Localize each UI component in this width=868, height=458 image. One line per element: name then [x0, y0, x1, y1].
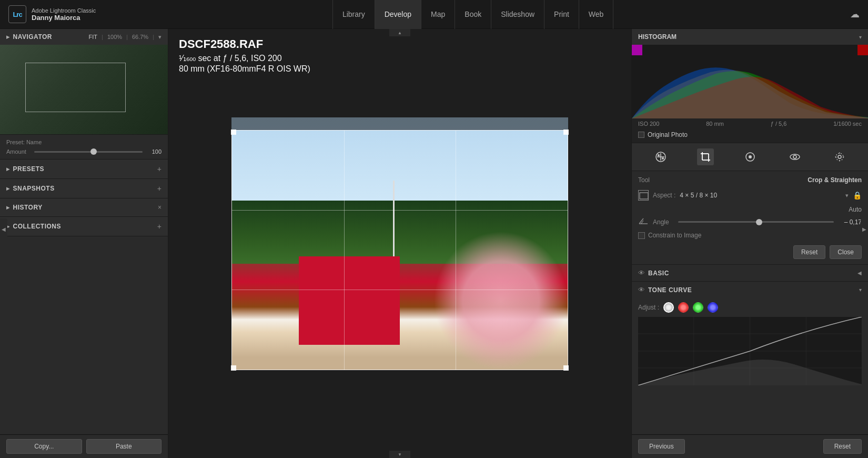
image-filename: DSCF2588.RAF [179, 37, 310, 51]
lrc-logo: Lrc [8, 5, 26, 23]
image-lens: 80 mm (XF16-80mmF4 R OIS WR) [179, 64, 310, 74]
image-settings: ¹⁄₁₆₀₀ sec at ƒ / 5,6, ISO 200 [179, 53, 310, 63]
nav-develop[interactable]: Develop [375, 0, 421, 29]
left-panel-collapse[interactable]: ◀ [0, 218, 7, 240]
preset-name-label: Preset: Name [6, 139, 42, 145]
section-snapshots[interactable]: ▶ Snapshots + [0, 179, 168, 198]
redeye-tool-icon[interactable] [786, 148, 803, 165]
amount-slider[interactable] [34, 151, 143, 153]
topbar-left: Lrc Adobe Lightroom Classic Danny Maiorc… [8, 5, 96, 23]
channel-blue-dot[interactable] [708, 302, 718, 313]
auto-row: Auto [638, 206, 862, 213]
bottom-panel-collapse[interactable]: ▼ [389, 451, 410, 458]
photo-container [231, 117, 568, 370]
nav-print[interactable]: Print [544, 0, 579, 29]
topbar-nav: Library Develop Map Book Slideshow Print… [332, 0, 614, 29]
nav-web[interactable]: Web [579, 0, 614, 29]
crop-handle-bl[interactable] [231, 365, 236, 371]
histogram-chart [632, 45, 868, 118]
crop-reset-button[interactable]: Reset [793, 245, 825, 259]
crop-tool-name: Crop & Straighten [808, 176, 862, 184]
svg-rect-1 [857, 45, 868, 55]
crop-handle-br[interactable] [563, 365, 569, 371]
zoom-100[interactable]: 100% [107, 34, 122, 41]
crop-tool-icon[interactable] [697, 148, 714, 165]
center-area: ▲ DSCF2588.RAF ¹⁄₁₆₀₀ sec at ƒ / 5,6, IS… [168, 29, 631, 458]
previous-button[interactable]: Previous [638, 439, 685, 454]
snapshots-add-icon[interactable]: + [157, 184, 162, 193]
aspect-dropdown-arrow[interactable]: ▾ [845, 192, 849, 199]
top-panel-collapse[interactable]: ▲ [389, 29, 410, 36]
tone-curve-content: Adjust : [632, 298, 868, 390]
collections-add-icon[interactable]: + [157, 222, 162, 231]
channel-white-dot[interactable] [663, 302, 674, 313]
basic-visibility-icon[interactable]: 👁 [638, 269, 645, 277]
grid-h2 [232, 290, 568, 290]
navigator-preview [0, 45, 168, 134]
basic-header[interactable]: 👁 Basic ◀ [632, 265, 868, 281]
svg-point-16 [836, 153, 843, 161]
original-photo-checkbox[interactable] [638, 132, 644, 138]
adjustments-tool-icon[interactable] [652, 148, 669, 165]
section-presets[interactable]: ▶ Presets + [0, 160, 168, 179]
main: ▶ Navigator FIT | 100% | 66.7% | ▾ [0, 29, 868, 458]
crop-box[interactable] [231, 130, 568, 370]
svg-point-15 [838, 155, 841, 158]
app-name: Adobe Lightroom Classic [32, 7, 96, 14]
angle-slider[interactable] [678, 221, 834, 223]
section-collections[interactable]: ▶ Collections + [0, 217, 168, 236]
amount-row: Amount 100 [6, 148, 162, 155]
paste-button[interactable]: Paste [86, 439, 162, 454]
nav-book[interactable]: Book [455, 0, 491, 29]
presets-title: ▶ Presets [6, 165, 44, 173]
presets-add-icon[interactable]: + [157, 165, 162, 173]
zoom-fit[interactable]: FIT [89, 34, 98, 41]
cloud-icon[interactable]: ☁ [850, 8, 860, 20]
history-triangle: ▶ [6, 205, 10, 210]
lock-icon[interactable]: 🔒 [853, 191, 862, 200]
tone-curve-header[interactable]: 👁 Tone Curve ▾ [632, 282, 868, 298]
auto-button[interactable]: Auto [849, 206, 862, 213]
nav-map[interactable]: Map [421, 0, 455, 29]
section-history[interactable]: ▶ History × [0, 198, 168, 217]
tone-curve-title: Tone Curve [648, 286, 692, 294]
angle-icon [638, 217, 649, 226]
basic-left: 👁 Basic [638, 269, 669, 277]
histogram-collapse[interactable]: ▾ [859, 34, 862, 40]
nav-library[interactable]: Library [332, 0, 375, 29]
zoom-dropdown[interactable]: ▾ [158, 34, 162, 41]
svg-rect-17 [640, 193, 648, 199]
basic-section: 👁 Basic ◀ [632, 265, 868, 282]
histogram-header[interactable]: Histogram ▾ [632, 29, 868, 45]
history-clear-icon[interactable]: × [158, 204, 162, 211]
channel-green-dot[interactable] [693, 302, 703, 313]
svg-point-14 [793, 155, 796, 158]
zoom-66[interactable]: 66.7% [132, 34, 148, 41]
constrain-checkbox[interactable] [638, 232, 645, 239]
crop-handle-tr[interactable] [563, 130, 569, 135]
tone-curve-collapse-arrow[interactable]: ▾ [859, 287, 862, 293]
tone-curve-section: 👁 Tone Curve ▾ Adjust : [632, 282, 868, 390]
constrain-row: Constrain to Image [638, 232, 862, 239]
tone-curve-left: 👁 Tone Curve [638, 286, 692, 294]
reset-button[interactable]: Reset [823, 439, 862, 454]
healing-tool-icon[interactable] [742, 148, 759, 165]
basic-title: Basic [648, 270, 669, 277]
basic-collapse-arrow[interactable]: ◀ [857, 270, 862, 276]
crop-handle-tl[interactable] [231, 130, 236, 135]
meta-shutter: 1/1600 sec [833, 121, 862, 127]
navigator-header[interactable]: ▶ Navigator FIT | 100% | 66.7% | ▾ [0, 29, 168, 45]
right-panel-bottom: Previous Reset [632, 434, 868, 458]
navigator-section: ▶ Navigator FIT | 100% | 66.7% | ▾ [0, 29, 168, 135]
right-panel: Histogram ▾ [631, 29, 868, 458]
settings-tool-icon[interactable] [831, 148, 848, 165]
navigator-triangle: ▶ [6, 35, 10, 39]
channel-red-dot[interactable] [678, 302, 689, 313]
copy-button[interactable]: Copy... [6, 439, 82, 454]
nav-slideshow[interactable]: Slideshow [491, 0, 544, 29]
tone-curve-visibility-icon[interactable]: 👁 [638, 286, 645, 294]
right-panel-collapse[interactable]: ▶ [861, 218, 868, 240]
histogram-title: Histogram [638, 33, 677, 41]
meta-aperture: ƒ / 5,6 [771, 121, 787, 127]
crop-close-button[interactable]: Close [830, 245, 862, 259]
